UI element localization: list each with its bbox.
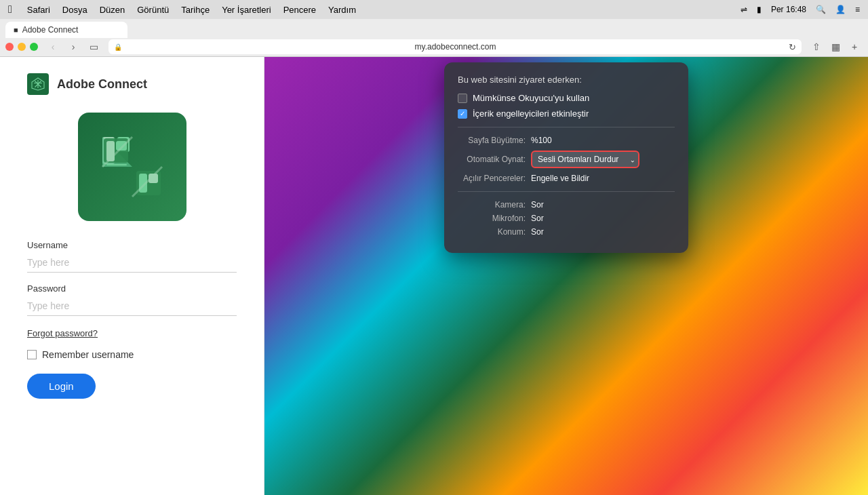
reload-button[interactable]: ↻ (789, 42, 796, 52)
acilir-pencereler-label: Açılır Pencereler: (458, 174, 526, 183)
back-button[interactable]: ‹ (45, 39, 61, 55)
konum-label: Konum: (458, 227, 526, 237)
menu-dosya[interactable]: Dosya (62, 5, 87, 15)
menu-yardim[interactable]: Yardım (328, 5, 356, 15)
wifi-icon: ⇌ (741, 5, 747, 14)
acilir-pencereler-value: Engelle ve Bildir (531, 174, 589, 183)
otomatik-oynat-select-wrapper: Sesli Ortamları Durdur İzin Ver Asla İzi… (531, 151, 639, 168)
otomatik-oynat-label: Otomatik Oynat: (458, 155, 526, 164)
tab-favicon: ■ (14, 26, 18, 34)
menu-duzen[interactable]: Düzen (100, 5, 125, 15)
remember-checkbox[interactable] (27, 350, 37, 359)
forward-button[interactable]: › (65, 39, 81, 55)
app-header: Adobe Connect (27, 57, 237, 106)
menu-pencere[interactable]: Pencere (283, 5, 316, 15)
mikrofon-label: Mikrofon: (458, 214, 526, 223)
browser-actions: ⇧ ▦ + (808, 39, 863, 55)
popup-divider-2 (458, 191, 675, 192)
password-input[interactable] (27, 296, 237, 316)
app-icon (27, 73, 49, 95)
kamera-value: Sor (531, 200, 544, 210)
login-button[interactable]: Login (27, 374, 96, 399)
username-input[interactable] (27, 253, 237, 273)
reader-label: Mümkünse Okuyucu'yu kullan (473, 93, 589, 103)
apple-menu[interactable]:  (8, 3, 12, 16)
share-button[interactable]: ⇧ (808, 39, 825, 55)
lock-icon: 🔒 (114, 43, 122, 51)
menu-goruntuye[interactable]: Görüntü (137, 5, 169, 15)
konum-row: Konum: Sor (458, 227, 675, 237)
minimize-button[interactable] (18, 43, 26, 51)
close-button[interactable] (5, 43, 14, 51)
login-panel: Adobe Connect (0, 57, 264, 495)
active-tab[interactable]: ■ Adobe Connect (5, 22, 127, 38)
kamera-label: Kamera: (458, 200, 526, 210)
tab-view-button[interactable]: ▭ (85, 39, 102, 55)
add-tab-button[interactable]: + (846, 39, 863, 55)
controls-row: ‹ › ▭ 🔒 my.adobeconnect.com ↻ ⇧ ▦ + (0, 38, 868, 57)
reader-checkbox[interactable] (458, 94, 467, 103)
acilir-pencereler-row: Açılır Pencereler: Engelle ve Bildir (458, 174, 675, 183)
login-form: Username Password Forgot password? Remem… (27, 240, 237, 399)
mikrofon-row: Mikrofon: Sor (458, 214, 675, 223)
menu-yer-isaretleri[interactable]: Yer İşaretleri (222, 5, 271, 15)
menu-extra-icon[interactable]: ≡ (855, 5, 860, 14)
traffic-lights (5, 43, 38, 51)
popup-title: Bu web sitesini ziyaret ederken: (458, 75, 675, 85)
site-settings-popup: Bu web sitesini ziyaret ederken: Mümküns… (444, 62, 688, 253)
duplicate-tab-button[interactable]: ▦ (827, 39, 844, 55)
mikrofon-value: Sor (531, 214, 544, 223)
remember-label: Remember username (42, 349, 134, 360)
main-content: Adobe Connect (0, 57, 868, 495)
clock: Per 16:48 (771, 5, 806, 14)
app-name-label: Adobe Connect (57, 77, 147, 92)
sayfa-buyutme-value: %100 (531, 136, 552, 145)
popup-divider (458, 127, 675, 127)
konum-value: Sor (531, 227, 544, 237)
app-logo (78, 113, 186, 221)
maximize-button[interactable] (30, 43, 38, 51)
browser-chrome: ■ Adobe Connect ‹ › ▭ 🔒 my.adobeconnect.… (0, 19, 868, 57)
search-icon[interactable]: 🔍 (816, 5, 826, 14)
blocker-option-row: İçerik engelleyicileri etkinleştir (458, 108, 675, 119)
password-label: Password (27, 283, 237, 294)
address-bar[interactable]: 🔒 my.adobeconnect.com ↻ (108, 39, 802, 54)
blocker-checkbox[interactable] (458, 109, 467, 119)
menubar:  Safari Dosya Düzen Görüntü Tarihçe Yer… (0, 0, 868, 19)
username-label: Username (27, 240, 237, 250)
right-panel: Bu web sitesini ziyaret ederken: Mümküns… (264, 57, 868, 495)
remember-row: Remember username (27, 349, 237, 360)
forgot-password-link[interactable]: Forgot password? (27, 328, 98, 338)
svg-rect-6 (106, 164, 127, 165)
tab-title: Adobe Connect (22, 25, 79, 35)
battery-icon: ▮ (757, 5, 762, 14)
sayfa-buyutme-label: Sayfa Büyütme: (458, 136, 526, 145)
otomatik-oynat-row: Otomatik Oynat: Sesli Ortamları Durdur İ… (458, 151, 675, 168)
user-icon[interactable]: 👤 (835, 5, 846, 14)
sayfa-buyutme-row: Sayfa Büyütme: %100 (458, 136, 675, 145)
menu-tarihce[interactable]: Tarihçe (181, 5, 210, 15)
otomatik-oynat-select[interactable]: Sesli Ortamları Durdur İzin Ver Asla İzi… (531, 151, 639, 168)
url-text: my.adobeconnect.com (125, 42, 786, 52)
kamera-row: Kamera: Sor (458, 200, 675, 210)
reader-option-row: Mümkünse Okuyucu'yu kullan (458, 93, 675, 103)
menu-safari[interactable]: Safari (27, 5, 50, 15)
tabs-row: ■ Adobe Connect (0, 19, 868, 38)
blocker-label: İçerik engelleyicileri etkinleştir (473, 108, 589, 119)
logo-block (27, 113, 237, 221)
